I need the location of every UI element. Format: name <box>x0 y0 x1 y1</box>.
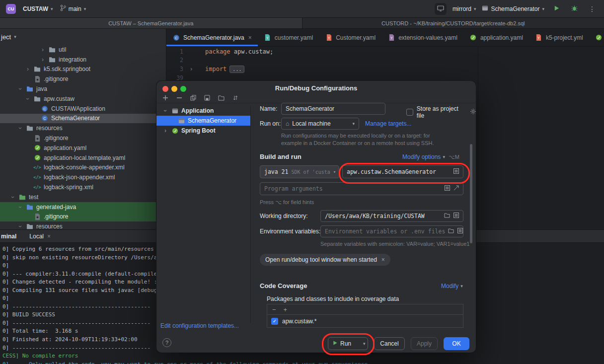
chevron-right-icon[interactable]: › <box>162 128 168 134</box>
editor-tab-customer-yaml[interactable]: Ycustomer.yaml <box>258 29 319 46</box>
save-configuration-button[interactable] <box>204 95 210 101</box>
coverage-modify-link[interactable]: Modify▾ <box>441 283 463 290</box>
branch-switcher[interactable]: main ▾ <box>60 4 86 13</box>
display-settings-button[interactable] <box>435 3 447 15</box>
editor-tab-schemagenerator-java[interactable]: CSchemaGenerator.java× <box>166 29 258 46</box>
project-item-k5-sdk-springboot[interactable]: ›k5.sdk.springboot <box>0 65 166 74</box>
fold-chevron-icon[interactable]: › <box>188 66 194 72</box>
apply-button[interactable]: Apply <box>411 337 438 350</box>
jre-select[interactable]: java 21 SDK of 'custa ▾ <box>260 165 339 178</box>
coverage-row[interactable]: ✓ apw.custaw.* <box>267 315 463 327</box>
project-item-resources[interactable]: ›resources <box>0 123 166 133</box>
folder-browse-icon[interactable] <box>448 228 454 235</box>
modify-options-link[interactable]: Modify options▾ <box>402 153 445 160</box>
run-button[interactable]: Run ▾ <box>328 337 368 350</box>
chevron-down-icon[interactable]: › <box>10 194 16 200</box>
ok-button[interactable]: OK <box>444 337 469 350</box>
debug-button-titlebar[interactable] <box>568 3 580 15</box>
run-on-select[interactable]: ⌂ Local machine ▾ <box>281 118 359 130</box>
project-item-generated-java[interactable]: ›generated-java <box>0 202 166 212</box>
bug-icon <box>571 5 578 13</box>
add-icon[interactable]: + <box>284 306 288 313</box>
run-button-titlebar[interactable] <box>550 3 562 15</box>
help-button[interactable]: ? <box>162 338 171 347</box>
config-tree-spring-boot[interactable]: ›Spring Boot <box>156 126 250 136</box>
main-class-input[interactable]: apw.custaw.SchemaGenerator <box>342 165 463 178</box>
project-item-application-yaml[interactable]: application.yaml <box>0 143 166 153</box>
chevron-down-icon[interactable]: › <box>17 223 23 229</box>
class-file-icon: C <box>172 34 180 41</box>
project-item-schemagenerator[interactable]: CSchemaGenerator <box>0 114 166 124</box>
browse-list-icon[interactable] <box>453 213 459 219</box>
settings-gear-icon[interactable] <box>470 109 476 116</box>
project-item-logback-json-appender-xml[interactable]: </>logback-json-appender.xml <box>0 172 166 182</box>
editor-tab-customer-yaml[interactable]: YCustomer.yaml <box>319 29 381 46</box>
expand-field-icon[interactable] <box>453 185 459 192</box>
remove-configuration-button[interactable] <box>176 95 182 101</box>
project-item-custawapplication[interactable]: CCUSTAWApplication <box>0 104 166 114</box>
folded-region-badge[interactable]: ... <box>229 66 244 73</box>
editor-tab-appl[interactable]: appl <box>589 29 604 46</box>
project-item-resources[interactable]: ›resources <box>0 221 166 229</box>
project-item-java[interactable]: ›java <box>0 84 166 94</box>
chevron-down-icon[interactable]: › <box>25 96 31 102</box>
project-avatar[interactable]: CU <box>6 4 16 14</box>
chevron-down-icon[interactable]: › <box>17 125 23 131</box>
project-item-gitignore[interactable]: .gitignore <box>0 133 166 143</box>
project-item-logback-spring-xml[interactable]: </>logback-spring.xml <box>0 182 166 192</box>
window-tab-custaw[interactable]: CUSTAW – SchemaGenerator.java <box>0 18 302 29</box>
mirrord-menu[interactable]: mirrord ▾ <box>453 5 476 12</box>
checkbox-checked-icon[interactable]: ✓ <box>271 318 278 325</box>
remove-icon[interactable]: − <box>272 306 276 313</box>
chevron-down-icon[interactable]: › <box>17 204 23 210</box>
browse-list-icon[interactable] <box>457 228 463 235</box>
project-item-application-local-template-yaml[interactable]: application-local.template.yaml <box>0 153 166 163</box>
project-item-gitignore[interactable]: .gitignore <box>0 212 166 222</box>
window-tab-custord[interactable]: CUSTORD - ~/KB/training/CUSTORD/target/c… <box>302 18 604 29</box>
editor-tab-extension-values-yaml[interactable]: Yextension-values.yaml <box>381 29 463 46</box>
project-panel-header[interactable]: ject ▾ <box>0 29 166 45</box>
editor-split-divider[interactable] <box>478 47 478 229</box>
name-input[interactable]: SchemaGenerator <box>281 103 385 115</box>
project-item-util[interactable]: ›util <box>0 45 166 55</box>
project-item-test[interactable]: ›test <box>0 192 166 202</box>
close-icon[interactable]: × <box>47 233 51 240</box>
store-as-project-file-checkbox[interactable]: Store as project file <box>406 105 476 119</box>
close-icon[interactable]: × <box>381 256 385 263</box>
more-actions-kebab-icon[interactable]: ⋮ <box>586 3 598 15</box>
run-configuration-selector[interactable]: SchemaGenerator ▾ <box>482 5 544 13</box>
editor-tab-application-yaml[interactable]: application.yaml <box>463 29 529 46</box>
editor-tab-k5-project-yml[interactable]: Yk5-project.yml <box>529 29 589 46</box>
browse-list-icon[interactable] <box>453 168 459 175</box>
folder-browse-icon[interactable] <box>444 213 450 219</box>
chevron-down-icon[interactable]: › <box>162 108 168 114</box>
working-directory-input[interactable]: /Users/awa/KB/training/CUSTAW <box>320 210 463 222</box>
close-icon[interactable]: × <box>248 34 252 41</box>
project-item-gitignore[interactable]: .gitignore <box>0 74 166 84</box>
environment-variables-input[interactable]: Environment variables or .env files <box>320 225 463 237</box>
chevron-right-icon[interactable]: › <box>40 57 46 63</box>
edit-configuration-templates-link[interactable]: Edit configuration templates... <box>160 322 239 329</box>
cancel-button[interactable]: Cancel <box>374 337 405 350</box>
project-item-apw-custaw[interactable]: ›apw.custaw <box>0 94 166 104</box>
project-item-integration[interactable]: ›integration <box>0 55 166 65</box>
copy-configuration-button[interactable] <box>190 95 196 101</box>
browse-list-icon[interactable] <box>445 185 450 192</box>
project-switcher[interactable]: CUSTAW ▾ <box>23 5 53 12</box>
config-tree-schemagenerator[interactable]: SchemaGenerator <box>156 116 250 126</box>
manage-targets-link[interactable]: Manage targets... <box>365 120 411 127</box>
chevron-down-icon[interactable]: › <box>17 86 23 92</box>
dialog-scrollbar[interactable] <box>470 144 472 243</box>
program-arguments-input[interactable]: Program arguments <box>260 182 463 195</box>
terminal-tab-local[interactable]: Local × <box>29 233 51 240</box>
config-tree-application[interactable]: ›Application <box>156 106 250 116</box>
run-options-chevron-icon[interactable]: ▾ <box>360 341 369 346</box>
checkbox-unchecked-icon[interactable] <box>406 109 413 116</box>
add-configuration-button[interactable] <box>162 95 168 101</box>
sort-configurations-button[interactable] <box>232 95 238 101</box>
new-folder-button[interactable] <box>218 95 225 101</box>
project-item-logback-console-appender-xml[interactable]: </>logback-console-appender.xml <box>0 163 166 173</box>
chevron-right-icon[interactable]: › <box>25 66 31 72</box>
chevron-right-icon[interactable]: › <box>40 47 46 53</box>
open-run-tool-window-chip[interactable]: Open run/debug tool window when started … <box>260 254 390 266</box>
